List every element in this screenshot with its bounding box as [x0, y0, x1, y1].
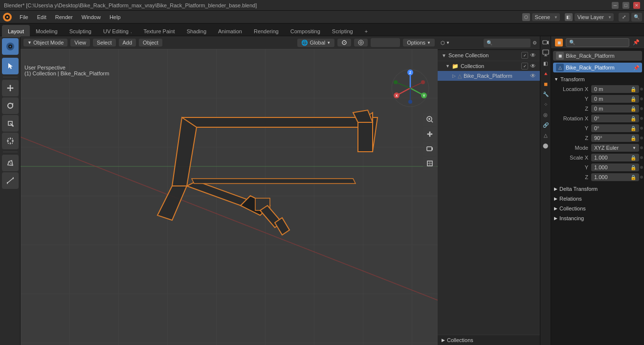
settings-button[interactable]: 🔍 — [631, 13, 642, 22]
particles-props-icon[interactable]: ⁘ — [541, 100, 550, 109]
location-y-field[interactable]: 0 m 🔒 — [591, 95, 639, 103]
outliner-filter-button[interactable]: ⚙ — [533, 40, 537, 46]
location-x-keyframe[interactable] — [640, 88, 643, 91]
object-data-name-field[interactable]: Bike_Rack_Platform — [566, 65, 615, 70]
collections-prop-header[interactable]: ▶ Collections — [552, 204, 643, 213]
instancing-header[interactable]: ▶ Instancing — [552, 213, 643, 223]
location-y-lock[interactable]: 🔒 — [630, 96, 636, 102]
location-z-lock[interactable]: 🔒 — [630, 106, 636, 112]
object-mode-button[interactable]: ▼ Object Mode — [23, 39, 67, 46]
select-menu-button[interactable]: Select — [93, 39, 116, 46]
blender-logo[interactable] — [2, 12, 13, 23]
rotation-z-field[interactable]: 90° 🔒 — [591, 134, 639, 142]
location-z-keyframe[interactable] — [640, 107, 643, 110]
rotation-y-field[interactable]: 0° 🔒 — [591, 124, 639, 132]
collection-checkbox[interactable]: ✓ — [521, 63, 528, 69]
rotation-z-lock[interactable]: 🔒 — [630, 136, 636, 141]
menu-help[interactable]: Help — [106, 13, 125, 21]
full-screen-button[interactable]: ⤢ — [619, 13, 629, 22]
collection-eye-icon[interactable]: 👁 — [530, 63, 536, 69]
object-menu-button[interactable]: Object — [139, 39, 162, 46]
camera-button[interactable] — [423, 142, 437, 156]
rotate-tool[interactable] — [2, 97, 19, 114]
tab-uv-editing[interactable]: UV Editing , — [97, 25, 138, 37]
tab-sculpting[interactable]: Sculpting — [64, 25, 97, 37]
scene-collection-collapse-icon[interactable]: ▼ — [442, 53, 446, 58]
bike-rack-eye-icon[interactable]: 👁 — [530, 72, 536, 79]
output-props-icon[interactable] — [541, 48, 550, 57]
transform-tool[interactable] — [2, 133, 19, 149]
rotation-x-lock[interactable]: 🔒 — [630, 116, 636, 121]
object-props-icon[interactable]: ◼ — [541, 79, 550, 88]
location-z-field[interactable]: 0 m 🔒 — [591, 105, 639, 113]
scale-x-field[interactable]: 1.000 🔒 — [591, 154, 639, 161]
location-x-lock[interactable]: 🔒 — [630, 87, 636, 92]
close-button[interactable]: ✕ — [633, 2, 640, 9]
scale-z-keyframe[interactable] — [640, 176, 643, 179]
annotate-tool[interactable] — [2, 155, 19, 171]
physics-props-icon[interactable]: ◎ — [541, 110, 550, 119]
zoom-in-button[interactable] — [423, 113, 437, 126]
snap-button[interactable] — [337, 39, 351, 46]
material-props-icon[interactable]: ⬤ — [541, 141, 550, 150]
cursor-tool[interactable] — [2, 58, 19, 74]
view-layer-props-icon[interactable]: ◧ — [541, 59, 550, 68]
collection-item[interactable]: ▼ 📁 Collection ✓ 👁 — [438, 61, 540, 71]
bike-rack-item[interactable]: ▷ △ Bike_Rack_Platform 👁 — [438, 71, 540, 81]
viewport-canvas[interactable]: User Perspective (1) Collection | Bike_R… — [21, 49, 438, 345]
tab-texture-paint[interactable]: Texture Paint — [137, 25, 180, 37]
view-menu-button[interactable]: View — [70, 39, 90, 46]
rotation-y-keyframe[interactable] — [640, 127, 643, 130]
viewport[interactable]: ▼ Object Mode View Select Add Object 🌐 G… — [21, 36, 438, 345]
rotation-x-field[interactable]: 0° 🔒 — [591, 115, 639, 122]
tab-rendering[interactable]: Rendering — [248, 25, 285, 37]
transform-header[interactable]: ▼ Transform — [552, 74, 643, 84]
tab-animation[interactable]: Animation — [212, 25, 248, 37]
scale-x-lock[interactable]: 🔒 — [630, 155, 636, 161]
scene-collection-eye-icon[interactable]: 👁 — [530, 52, 536, 59]
tab-scripting[interactable]: Scripting — [326, 25, 359, 37]
scale-y-lock[interactable]: 🔒 — [630, 165, 636, 170]
ortho-button[interactable] — [423, 157, 437, 170]
scale-x-keyframe[interactable] — [640, 156, 643, 159]
rotation-x-keyframe[interactable] — [640, 117, 643, 120]
menu-render[interactable]: Render — [51, 13, 77, 21]
constraints-props-icon[interactable]: 🔗 — [541, 120, 550, 129]
rotation-y-lock[interactable]: 🔒 — [630, 126, 636, 131]
measure-tool[interactable] — [2, 172, 19, 189]
maximize-button[interactable]: □ — [622, 2, 629, 9]
render-props-icon[interactable] — [541, 38, 550, 47]
header-tool-block[interactable] — [2, 38, 19, 55]
menu-window[interactable]: Window — [78, 13, 105, 21]
outliner-type-selector[interactable]: ⬡ ▼ — [441, 40, 482, 46]
move-tool[interactable] — [2, 80, 19, 96]
object-name-field[interactable]: Bike_Rack_Platform — [566, 53, 615, 59]
proportional-button[interactable] — [354, 39, 368, 46]
tab-compositing[interactable]: Compositing — [285, 25, 326, 37]
rotation-mode-dropdown[interactable]: XYZ Euler ▼ — [591, 144, 639, 152]
transform-global-button[interactable]: 🌐 Global ▼ — [297, 39, 334, 47]
props-search-box[interactable]: 🔍 — [566, 38, 629, 47]
scale-tool[interactable] — [2, 115, 19, 132]
add-menu-button[interactable]: Add — [119, 39, 136, 46]
scale-z-lock[interactable]: 🔒 — [630, 175, 636, 180]
rotation-z-keyframe[interactable] — [640, 137, 643, 139]
tab-layout[interactable]: Layout — [2, 25, 30, 37]
pan-button[interactable] — [423, 127, 437, 141]
relations-header[interactable]: ▶ Relations — [552, 194, 643, 204]
scale-y-keyframe[interactable] — [640, 166, 643, 169]
tab-modeling[interactable]: Modeling — [30, 25, 64, 37]
menu-file[interactable]: File — [16, 13, 32, 21]
options-button[interactable]: Options ▼ — [403, 39, 435, 46]
collections-header[interactable]: ▶ Collections — [438, 335, 540, 345]
minimize-button[interactable]: ─ — [612, 2, 619, 9]
viewport-gizmo[interactable]: Z Y X — [391, 69, 430, 108]
tab-add[interactable]: + — [359, 25, 374, 37]
location-x-field[interactable]: 0 m 🔒 — [591, 85, 639, 93]
menu-edit[interactable]: Edit — [33, 13, 50, 21]
scene-props-icon[interactable]: 🔺 — [541, 69, 550, 78]
object-data-props-icon[interactable]: △ — [541, 131, 550, 139]
view-layer-selector[interactable]: View Layer ▼ — [575, 13, 614, 21]
outliner-search-box[interactable]: 🔍 — [484, 39, 531, 47]
tab-shading[interactable]: Shading — [181, 25, 212, 37]
